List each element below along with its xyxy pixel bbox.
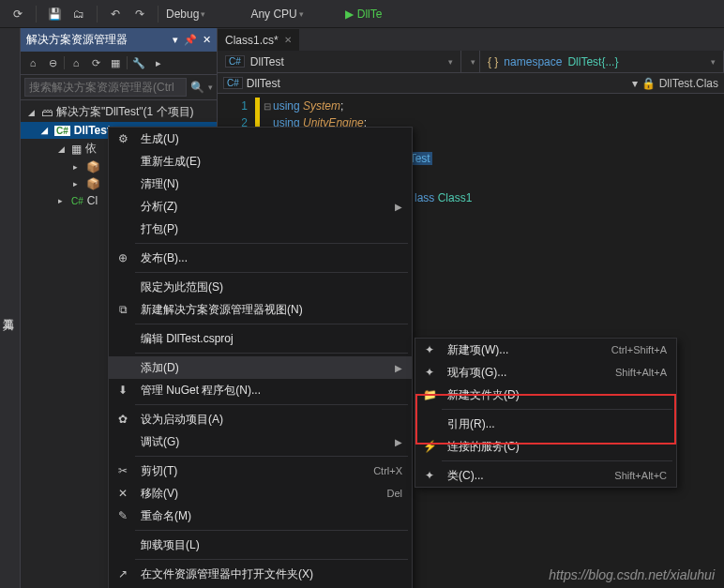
menu-item[interactable]: ⊕发布(B)...: [109, 247, 412, 269]
platform-dropdown[interactable]: Any CPU▾: [250, 8, 303, 21]
chevron-right-icon: ▶: [395, 202, 402, 212]
menu-separator: [135, 559, 408, 560]
vertical-tab-strip[interactable]: 工具箱: [0, 28, 21, 588]
watermark: https://blog.csdn.net/xialuhui: [549, 567, 715, 582]
menu-icon: ⧉: [113, 303, 133, 316]
menu-separator: [442, 409, 672, 410]
file-tab[interactable]: Class1.cs* ✕: [218, 29, 299, 51]
menu-item[interactable]: ✿设为启动项目(A): [109, 408, 412, 430]
breadcrumb-right[interactable]: DllTest.Clas: [659, 77, 718, 90]
menu-item[interactable]: ⬇管理 NuGet 程序包(N)...: [109, 379, 412, 401]
menu-label: 清理(N): [141, 176, 402, 192]
refresh-icon[interactable]: ⟳: [87, 54, 104, 71]
menu-item[interactable]: 打包(P): [109, 218, 412, 240]
menu-label: 发布(B)...: [141, 250, 402, 266]
menu-item[interactable]: ⧉新建解决方案资源管理器视图(N): [109, 298, 412, 321]
show-all-icon[interactable]: ▦: [107, 54, 124, 71]
menu-separator: [135, 272, 408, 273]
menu-label: 编辑 DllTest.csproj: [141, 331, 402, 347]
collapse-icon[interactable]: ⊖: [44, 54, 61, 71]
solution-node[interactable]: ◢ 🗃 解决方案"DllTest"(1 个项目): [21, 102, 217, 122]
sync-icon[interactable]: ⟳: [8, 4, 28, 24]
line-number: 1: [218, 99, 255, 113]
fold-icon[interactable]: ⊟: [262, 101, 273, 112]
tab-close-icon[interactable]: ✕: [284, 35, 292, 45]
menu-separator: [135, 243, 408, 244]
save-icon[interactable]: 💾: [44, 4, 65, 24]
breadcrumb[interactable]: DllTest: [247, 77, 280, 90]
search-icon[interactable]: 🔍: [190, 81, 204, 94]
chevron-right-icon: ▶: [395, 437, 402, 447]
start-button[interactable]: ▶ DllTe: [345, 8, 383, 21]
home-icon[interactable]: ⌂: [24, 54, 41, 71]
nav-namespace[interactable]: { } namespace DllTest{...} ▾: [480, 51, 724, 72]
menu-item[interactable]: ✦现有项(G)...Shift+Alt+A: [415, 361, 676, 384]
menu-label: 新建解决方案资源管理器视图(N): [141, 302, 402, 318]
menu-item[interactable]: 清理(N): [109, 173, 412, 195]
menu-label: 现有项(G)...: [447, 365, 608, 381]
menu-item[interactable]: ✦类(C)...Shift+Alt+C: [415, 464, 676, 487]
menu-label: 新建文件夹(D): [447, 387, 667, 403]
menu-label: 新建项(W)...: [447, 342, 604, 358]
save-all-icon[interactable]: 🗂: [68, 4, 89, 24]
undo-icon[interactable]: ↶: [105, 4, 126, 24]
nuget-icon: 📦: [86, 160, 100, 173]
menu-item[interactable]: ✎重命名(M): [109, 505, 412, 527]
home2-icon[interactable]: ⌂: [68, 54, 84, 71]
search-row: 🔍 ▾: [21, 75, 217, 100]
menu-item[interactable]: ✕移除(V)Del: [109, 482, 412, 505]
menu-item[interactable]: 调试(G)▶: [109, 430, 412, 453]
menu-label: 移除(V): [141, 486, 379, 502]
deps-icon: ▦: [71, 143, 82, 156]
menu-shortcut: Del: [386, 488, 402, 499]
menu-icon: ✿: [113, 413, 133, 426]
close-icon[interactable]: ✕: [203, 34, 211, 46]
menu-item[interactable]: 限定为此范围(S): [109, 276, 412, 298]
menu-item[interactable]: ⚡连接的服务(C): [415, 435, 676, 458]
config-dropdown[interactable]: Debug▾: [166, 8, 205, 21]
menu-item[interactable]: 重新生成(E): [109, 150, 412, 173]
main-toolbar: ⟳ 💾 🗂 ↶ ↷ Debug▾ Any CPU▾ ▶ DllTe: [0, 0, 724, 28]
panel-title: 解决方案资源管理器: [26, 32, 128, 48]
search-caret-icon[interactable]: ▾: [208, 83, 213, 92]
menu-shortcut: Ctrl+X: [373, 465, 402, 476]
csharp-icon: C#: [71, 196, 83, 206]
menu-label: 连接的服务(C): [447, 439, 667, 455]
nav-project[interactable]: C# DllTest ▾: [218, 51, 461, 72]
menu-label: 重新生成(E): [141, 154, 402, 170]
menu-item[interactable]: 分析(Z)▶: [109, 195, 412, 218]
menu-item[interactable]: ✂剪切(T)Ctrl+X: [109, 460, 412, 482]
breadcrumb-bar: C# DllTest ▾ 🔒 DllTest.Clas: [218, 73, 724, 94]
menu-label: 设为启动项目(A): [141, 412, 402, 428]
panel-toolbar: ⌂ ⊖ ⌂ ⟳ ▦ 🔧 ▸: [21, 52, 217, 75]
properties-icon[interactable]: 🔧: [130, 54, 147, 71]
menu-item[interactable]: 引用(R)...: [415, 413, 676, 435]
csharp-icon: C#: [225, 55, 245, 68]
menu-item[interactable]: ✦新建项(W)...Ctrl+Shift+A: [415, 339, 676, 361]
dropdown-icon[interactable]: ▾: [173, 34, 178, 46]
menu-separator: [135, 404, 408, 405]
csharp-icon: C#: [54, 126, 70, 136]
menu-icon: ✕: [113, 487, 133, 500]
menu-item[interactable]: 卸载项目(L): [109, 534, 412, 556]
menu-label: 在文件资源管理器中打开文件夹(X): [141, 566, 402, 582]
panel-header: 解决方案资源管理器 ▾ 📌 ✕: [21, 28, 217, 52]
search-input[interactable]: [24, 78, 187, 97]
menu-item[interactable]: ↗在文件资源管理器中打开文件夹(X): [109, 563, 412, 585]
menu-icon: ↗: [113, 567, 133, 580]
menu-item[interactable]: 添加(D)▶: [109, 356, 412, 379]
menu-icon: ⚙: [113, 132, 133, 145]
menu-label: 重命名(M): [141, 508, 402, 524]
menu-item[interactable]: 编辑 DllTest.csproj: [109, 327, 412, 350]
pin-icon[interactable]: 📌: [184, 34, 197, 46]
preview-icon[interactable]: ▸: [150, 54, 167, 71]
menu-icon: ✦: [419, 343, 440, 356]
sdk-icon: 📦: [86, 177, 100, 190]
menu-item[interactable]: 📁新建文件夹(D): [415, 384, 676, 406]
csharp-icon: C#: [223, 77, 243, 89]
redo-icon[interactable]: ↷: [129, 4, 150, 24]
menu-separator: [135, 456, 408, 457]
menu-item[interactable]: ⚙生成(U): [109, 128, 412, 150]
solution-icon: 🗃: [41, 106, 53, 119]
context-submenu: ✦新建项(W)...Ctrl+Shift+A✦现有项(G)...Shift+Al…: [415, 338, 677, 488]
